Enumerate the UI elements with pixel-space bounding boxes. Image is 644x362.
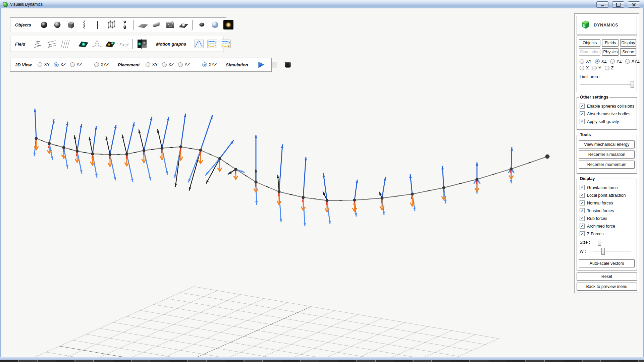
rod-icon[interactable] — [91, 19, 104, 31]
spring-icon[interactable] — [77, 19, 91, 31]
glowing-orb-icon[interactable] — [222, 19, 235, 31]
check-forces[interactable]: ✓Σ Forces — [580, 231, 635, 236]
slider-thumb[interactable] — [631, 81, 634, 88]
radio-yz[interactable]: YZ — [610, 59, 622, 64]
axis-radios: XYZ — [580, 66, 635, 70]
radio-dot — [580, 66, 584, 70]
limit-area-slider[interactable] — [580, 81, 634, 88]
separator — [74, 39, 74, 49]
check-gravitation-force[interactable]: ✓Gravitation force — [580, 185, 635, 190]
objects-button[interactable]: Objects — [579, 39, 600, 47]
reset-button[interactable]: Reset — [577, 273, 637, 281]
ball-drop-icon[interactable] — [118, 19, 131, 31]
parallel-arrows-icon[interactable] — [45, 38, 58, 50]
display-button[interactable]: Display — [620, 39, 636, 47]
gradient-panel-icon[interactable] — [135, 38, 149, 50]
radio-dot — [178, 62, 183, 67]
physics-button[interactable]: Physics — [602, 48, 619, 56]
auto-scale-vectors-button[interactable]: Auto-scale vectors — [579, 259, 635, 267]
cylinder-icon[interactable] — [150, 19, 163, 31]
placement-xyz-radio: XYZ — [202, 62, 221, 67]
radio-xz[interactable]: XZ — [595, 59, 607, 64]
back-to-preview-menu-button[interactable]: Back to preview menu — [577, 283, 637, 291]
scatter-arrows-icon[interactable] — [31, 38, 45, 50]
diagonal-lines-icon[interactable] — [58, 38, 71, 50]
dual-field-icon[interactable] — [103, 38, 117, 50]
radio-xyz[interactable]: XYZ — [94, 62, 109, 67]
velocity-graph-icon[interactable] — [206, 38, 219, 50]
pause-icon[interactable] — [268, 59, 281, 71]
nav-box: ObjectsFieldsDisplaySimulationPhysicsSce… — [577, 36, 637, 92]
titlebar[interactable]: Visualis Dynamics — [0, 0, 644, 8]
check-apply-self-gravity[interactable]: ✓Apply self-gravity — [580, 119, 635, 124]
check-tension-forces[interactable]: ✓Tension forces — [580, 208, 635, 213]
plane-icon[interactable] — [136, 19, 150, 31]
asteroid-icon[interactable] — [195, 19, 208, 31]
scene-button[interactable]: Scene — [620, 48, 636, 56]
radio-yz[interactable]: YZ — [70, 62, 82, 67]
radio-dot — [70, 62, 75, 67]
separator — [192, 20, 193, 30]
size-label: Size : — [580, 240, 593, 245]
radio-xz[interactable]: XZ — [54, 62, 66, 67]
ramp-ball-icon[interactable] — [176, 19, 190, 31]
radio-yz[interactable]: YZ — [178, 62, 190, 67]
radio-x[interactable]: X — [580, 66, 589, 70]
checkbox: ✓ — [580, 185, 585, 190]
slider-thumb[interactable] — [598, 239, 601, 246]
radio-xyz[interactable]: XYZ — [202, 62, 217, 67]
radio-z[interactable]: Z — [605, 66, 614, 70]
lattice-cube-icon[interactable] — [104, 19, 118, 31]
tools-legend: Tools — [579, 132, 592, 137]
planet-icon[interactable] — [208, 19, 222, 31]
minimize-button[interactable] — [596, 1, 608, 8]
w-label: W : — [580, 249, 593, 254]
stop-icon[interactable] — [281, 59, 294, 71]
check-archimed-force[interactable]: ✓Archimed force — [580, 224, 635, 229]
svg-text:T: T — [228, 46, 230, 48]
dynamics-logo-icon: D — [580, 19, 590, 31]
radio-y[interactable]: Y — [592, 66, 601, 70]
saddle-field-icon[interactable] — [117, 38, 130, 50]
cube-icon[interactable] — [64, 19, 77, 31]
checkbox: ✓ — [580, 224, 585, 229]
green-field-icon[interactable] — [76, 38, 90, 50]
particle-box-icon[interactable] — [163, 19, 176, 31]
radio-xy[interactable]: XY — [146, 62, 158, 67]
recenter-simulation-button[interactable]: Recenter simulation — [579, 150, 635, 159]
slider-thumb[interactable] — [601, 248, 605, 255]
size-slider[interactable] — [593, 239, 631, 246]
w-slider[interactable] — [593, 248, 631, 255]
check-absorb-massive-bodies[interactable]: ✓Absorb massive bodies — [580, 111, 635, 116]
peak-field-icon[interactable] — [90, 38, 103, 50]
field-toolbar-label: Field — [15, 42, 25, 47]
play-icon[interactable] — [254, 59, 268, 71]
textured-sphere-icon[interactable] — [51, 19, 64, 31]
position-graph-icon[interactable] — [192, 38, 206, 50]
close-button[interactable] — [628, 1, 640, 8]
check-normal-forces[interactable]: ✓Normal forces — [580, 200, 635, 205]
recenter-momentum-button[interactable]: Recenter momentum — [579, 161, 635, 169]
radio-xyz[interactable]: XYZ — [625, 59, 640, 64]
motion-graph-icons: T — [192, 38, 232, 50]
sphere-icon[interactable] — [37, 19, 51, 31]
check-enable-spheres-collisions[interactable]: ✓Enable spheres collisions — [580, 104, 635, 109]
acceleration-graph-icon[interactable]: T — [219, 38, 232, 50]
app-icon — [3, 2, 8, 7]
window-bottom-border — [0, 357, 644, 360]
maximize-button[interactable] — [612, 1, 624, 8]
fields-button[interactable]: Fields — [602, 39, 619, 47]
brand-name: DYNAMICS — [594, 22, 618, 27]
radio-xz[interactable]: XZ — [162, 62, 174, 67]
radio-dot — [146, 62, 150, 67]
view-mechanical-energy-button[interactable]: View mechanical energy — [579, 140, 635, 148]
scene-canvas[interactable] — [0, 0, 644, 362]
check-local-point-attraction[interactable]: ✓Local point attraction — [580, 193, 635, 198]
radio-xy[interactable]: XY — [38, 62, 50, 67]
brand-box: D DYNAMICS — [577, 16, 637, 35]
radio-xy[interactable]: XY — [580, 59, 592, 64]
simulation-button[interactable]: Simulation — [579, 48, 600, 56]
check-rub-forces[interactable]: ✓Rub forces — [580, 216, 635, 221]
checkbox: ✓ — [580, 111, 585, 116]
taskbar-sliver[interactable] — [0, 360, 644, 362]
